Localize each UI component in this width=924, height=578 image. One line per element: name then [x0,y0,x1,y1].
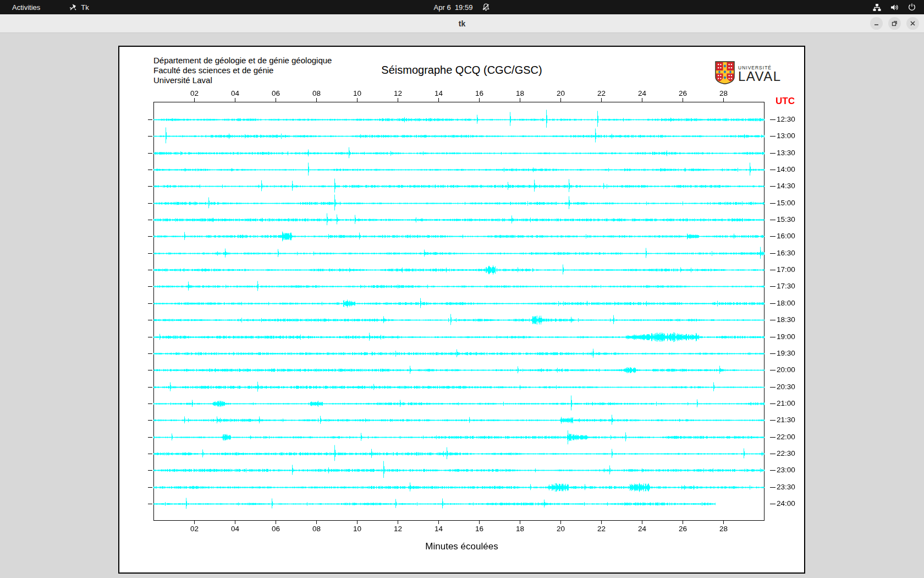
time-label: 23:30 [777,483,795,491]
seismograph-plot: UTC 020204040606080810101212141416161818… [119,47,804,572]
x-tick-label-top: 22 [591,89,613,97]
x-tick-label-top: 28 [713,89,735,97]
x-tick-label-top: 10 [346,89,369,97]
x-tick-label-bottom: 04 [224,525,246,533]
minimize-button[interactable] [870,17,883,30]
time-label: 17:30 [777,282,795,290]
window-controls [870,17,919,30]
time-label: 15:00 [777,199,795,207]
time-label: 22:30 [777,450,795,457]
volume-icon [890,3,899,12]
tk-app-icon [69,3,77,12]
time-label: 21:00 [777,400,795,407]
time-label: 13:00 [777,132,795,140]
app-indicator[interactable]: Tk [69,3,89,12]
x-tick-label-bottom: 10 [346,525,369,533]
bell-muted-icon [481,3,490,12]
time-label: 15:30 [777,216,795,223]
x-tick-label-bottom: 16 [469,525,491,533]
time-label: 19:00 [777,333,795,341]
x-tick-label-top: 02 [184,89,206,97]
x-tick-label-top: 20 [550,89,572,97]
activities-button[interactable]: Activities [8,2,45,13]
clock-button[interactable]: Apr 6 19:59 [434,3,491,12]
x-tick-label-top: 04 [224,89,246,97]
x-tick-label-top: 18 [509,89,531,97]
x-tick-label-bottom: 12 [387,525,409,533]
window-titlebar[interactable]: tk [0,14,924,33]
x-tick-label-bottom: 08 [306,525,328,533]
time-label: 21:30 [777,416,795,424]
time-label: 16:00 [777,232,795,240]
time-label: 14:30 [777,182,795,190]
app-indicator-label: Tk [81,3,89,12]
network-wired-icon [872,3,882,12]
x-tick-label-top: 12 [387,89,409,97]
seismograph-canvas-frame: Département de géologie et de génie géol… [118,46,805,574]
time-label: 18:30 [777,316,795,324]
clock-text: Apr 6 19:59 [434,3,473,12]
desktop-screen: Activities Tk Apr 6 19:59 [0,0,924,578]
x-tick-label-top: 16 [469,89,491,97]
time-label: 12:30 [777,116,795,123]
x-tick-label-top: 26 [672,89,694,97]
time-label: 24:00 [777,500,795,508]
x-tick-label-bottom: 18 [509,525,531,533]
time-label: 23:00 [777,466,795,474]
x-axis-title: Minutes écoulées [119,541,804,552]
x-tick-label-bottom: 20 [550,525,572,533]
x-tick-label-top: 24 [631,89,653,97]
time-label: 14:00 [777,166,795,173]
close-button[interactable] [906,17,919,30]
x-tick-label-top: 06 [265,89,287,97]
x-tick-label-bottom: 02 [184,525,206,533]
top-bar: Activities Tk Apr 6 19:59 [0,0,924,14]
x-tick-label-top: 08 [306,89,328,97]
power-icon [908,3,916,12]
x-tick-label-top: 14 [428,89,450,97]
maximize-button[interactable] [888,17,901,30]
window-title: tk [0,14,924,32]
time-label: 17:00 [777,266,795,274]
time-label: 13:30 [777,149,795,157]
time-label: 22:00 [777,433,795,441]
x-tick-label-bottom: 22 [591,525,613,533]
time-label: 18:00 [777,299,795,307]
time-label: 20:30 [777,383,795,391]
x-tick-label-bottom: 24 [631,525,653,533]
x-tick-label-bottom: 06 [265,525,287,533]
system-status-area[interactable] [872,0,916,14]
time-label: 16:30 [777,249,795,257]
utc-axis-label: UTC [776,96,795,107]
time-label: 20:00 [777,366,795,374]
x-tick-label-bottom: 28 [713,525,735,533]
x-tick-label-bottom: 26 [672,525,694,533]
window-content: Département de géologie et de génie géol… [0,33,924,578]
x-tick-label-bottom: 14 [428,525,450,533]
time-label: 19:30 [777,350,795,357]
seismogram-traces-canvas [119,47,804,572]
